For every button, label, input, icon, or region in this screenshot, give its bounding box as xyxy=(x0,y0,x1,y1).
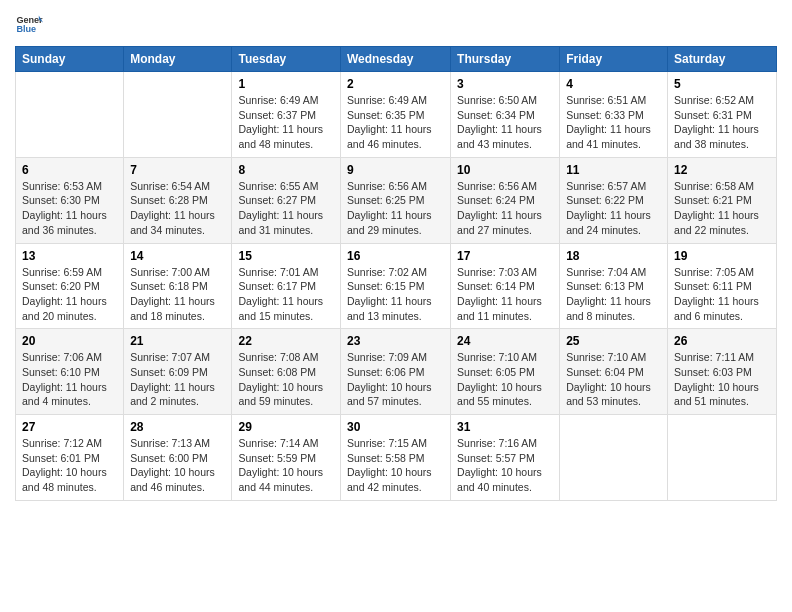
day-info: Sunrise: 6:53 AM Sunset: 6:30 PM Dayligh… xyxy=(22,179,117,238)
logo: General Blue xyxy=(15,10,43,38)
day-number: 19 xyxy=(674,249,770,263)
svg-text:Blue: Blue xyxy=(16,24,36,34)
calendar-cell: 15Sunrise: 7:01 AM Sunset: 6:17 PM Dayli… xyxy=(232,243,341,329)
day-info: Sunrise: 7:06 AM Sunset: 6:10 PM Dayligh… xyxy=(22,350,117,409)
calendar-cell: 14Sunrise: 7:00 AM Sunset: 6:18 PM Dayli… xyxy=(124,243,232,329)
calendar-cell: 10Sunrise: 6:56 AM Sunset: 6:24 PM Dayli… xyxy=(451,157,560,243)
day-number: 25 xyxy=(566,334,661,348)
column-header-sunday: Sunday xyxy=(16,47,124,72)
day-number: 16 xyxy=(347,249,444,263)
day-info: Sunrise: 6:56 AM Sunset: 6:25 PM Dayligh… xyxy=(347,179,444,238)
calendar-table: SundayMondayTuesdayWednesdayThursdayFrid… xyxy=(15,46,777,501)
day-number: 23 xyxy=(347,334,444,348)
day-number: 3 xyxy=(457,77,553,91)
calendar-cell: 30Sunrise: 7:15 AM Sunset: 5:58 PM Dayli… xyxy=(340,415,450,501)
calendar-cell: 19Sunrise: 7:05 AM Sunset: 6:11 PM Dayli… xyxy=(668,243,777,329)
day-number: 29 xyxy=(238,420,334,434)
day-info: Sunrise: 6:49 AM Sunset: 6:35 PM Dayligh… xyxy=(347,93,444,152)
day-info: Sunrise: 7:01 AM Sunset: 6:17 PM Dayligh… xyxy=(238,265,334,324)
week-row-5: 27Sunrise: 7:12 AM Sunset: 6:01 PM Dayli… xyxy=(16,415,777,501)
calendar-cell: 5Sunrise: 6:52 AM Sunset: 6:31 PM Daylig… xyxy=(668,72,777,158)
day-info: Sunrise: 7:10 AM Sunset: 6:05 PM Dayligh… xyxy=(457,350,553,409)
calendar-cell: 23Sunrise: 7:09 AM Sunset: 6:06 PM Dayli… xyxy=(340,329,450,415)
day-info: Sunrise: 6:55 AM Sunset: 6:27 PM Dayligh… xyxy=(238,179,334,238)
day-number: 9 xyxy=(347,163,444,177)
column-header-wednesday: Wednesday xyxy=(340,47,450,72)
day-info: Sunrise: 7:13 AM Sunset: 6:00 PM Dayligh… xyxy=(130,436,225,495)
day-number: 2 xyxy=(347,77,444,91)
calendar-cell: 28Sunrise: 7:13 AM Sunset: 6:00 PM Dayli… xyxy=(124,415,232,501)
week-row-4: 20Sunrise: 7:06 AM Sunset: 6:10 PM Dayli… xyxy=(16,329,777,415)
week-row-1: 1Sunrise: 6:49 AM Sunset: 6:37 PM Daylig… xyxy=(16,72,777,158)
day-number: 24 xyxy=(457,334,553,348)
calendar-cell: 21Sunrise: 7:07 AM Sunset: 6:09 PM Dayli… xyxy=(124,329,232,415)
day-info: Sunrise: 6:51 AM Sunset: 6:33 PM Dayligh… xyxy=(566,93,661,152)
day-number: 6 xyxy=(22,163,117,177)
day-info: Sunrise: 6:52 AM Sunset: 6:31 PM Dayligh… xyxy=(674,93,770,152)
day-number: 8 xyxy=(238,163,334,177)
calendar-cell xyxy=(668,415,777,501)
page-header: General Blue xyxy=(15,10,777,38)
day-number: 31 xyxy=(457,420,553,434)
day-number: 4 xyxy=(566,77,661,91)
calendar-cell: 27Sunrise: 7:12 AM Sunset: 6:01 PM Dayli… xyxy=(16,415,124,501)
day-number: 10 xyxy=(457,163,553,177)
day-info: Sunrise: 7:14 AM Sunset: 5:59 PM Dayligh… xyxy=(238,436,334,495)
column-header-thursday: Thursday xyxy=(451,47,560,72)
calendar-cell: 1Sunrise: 6:49 AM Sunset: 6:37 PM Daylig… xyxy=(232,72,341,158)
column-header-saturday: Saturday xyxy=(668,47,777,72)
calendar-cell: 11Sunrise: 6:57 AM Sunset: 6:22 PM Dayli… xyxy=(560,157,668,243)
day-number: 11 xyxy=(566,163,661,177)
calendar-cell: 6Sunrise: 6:53 AM Sunset: 6:30 PM Daylig… xyxy=(16,157,124,243)
day-info: Sunrise: 7:03 AM Sunset: 6:14 PM Dayligh… xyxy=(457,265,553,324)
calendar-cell: 8Sunrise: 6:55 AM Sunset: 6:27 PM Daylig… xyxy=(232,157,341,243)
day-info: Sunrise: 6:59 AM Sunset: 6:20 PM Dayligh… xyxy=(22,265,117,324)
day-info: Sunrise: 7:12 AM Sunset: 6:01 PM Dayligh… xyxy=(22,436,117,495)
day-number: 20 xyxy=(22,334,117,348)
day-info: Sunrise: 7:16 AM Sunset: 5:57 PM Dayligh… xyxy=(457,436,553,495)
header-row: SundayMondayTuesdayWednesdayThursdayFrid… xyxy=(16,47,777,72)
column-header-friday: Friday xyxy=(560,47,668,72)
calendar-cell: 13Sunrise: 6:59 AM Sunset: 6:20 PM Dayli… xyxy=(16,243,124,329)
calendar-cell: 9Sunrise: 6:56 AM Sunset: 6:25 PM Daylig… xyxy=(340,157,450,243)
day-number: 13 xyxy=(22,249,117,263)
calendar-cell: 29Sunrise: 7:14 AM Sunset: 5:59 PM Dayli… xyxy=(232,415,341,501)
day-number: 14 xyxy=(130,249,225,263)
week-row-2: 6Sunrise: 6:53 AM Sunset: 6:30 PM Daylig… xyxy=(16,157,777,243)
day-info: Sunrise: 7:09 AM Sunset: 6:06 PM Dayligh… xyxy=(347,350,444,409)
day-number: 7 xyxy=(130,163,225,177)
day-number: 15 xyxy=(238,249,334,263)
day-info: Sunrise: 7:08 AM Sunset: 6:08 PM Dayligh… xyxy=(238,350,334,409)
calendar-cell: 7Sunrise: 6:54 AM Sunset: 6:28 PM Daylig… xyxy=(124,157,232,243)
calendar-cell: 4Sunrise: 6:51 AM Sunset: 6:33 PM Daylig… xyxy=(560,72,668,158)
calendar-cell: 20Sunrise: 7:06 AM Sunset: 6:10 PM Dayli… xyxy=(16,329,124,415)
day-info: Sunrise: 6:56 AM Sunset: 6:24 PM Dayligh… xyxy=(457,179,553,238)
day-number: 18 xyxy=(566,249,661,263)
day-number: 30 xyxy=(347,420,444,434)
day-info: Sunrise: 6:54 AM Sunset: 6:28 PM Dayligh… xyxy=(130,179,225,238)
day-info: Sunrise: 7:00 AM Sunset: 6:18 PM Dayligh… xyxy=(130,265,225,324)
day-number: 27 xyxy=(22,420,117,434)
column-header-monday: Monday xyxy=(124,47,232,72)
day-number: 21 xyxy=(130,334,225,348)
day-info: Sunrise: 6:49 AM Sunset: 6:37 PM Dayligh… xyxy=(238,93,334,152)
day-info: Sunrise: 7:05 AM Sunset: 6:11 PM Dayligh… xyxy=(674,265,770,324)
day-number: 1 xyxy=(238,77,334,91)
calendar-cell: 17Sunrise: 7:03 AM Sunset: 6:14 PM Dayli… xyxy=(451,243,560,329)
week-row-3: 13Sunrise: 6:59 AM Sunset: 6:20 PM Dayli… xyxy=(16,243,777,329)
calendar-cell: 24Sunrise: 7:10 AM Sunset: 6:05 PM Dayli… xyxy=(451,329,560,415)
calendar-cell: 25Sunrise: 7:10 AM Sunset: 6:04 PM Dayli… xyxy=(560,329,668,415)
day-number: 12 xyxy=(674,163,770,177)
day-info: Sunrise: 6:57 AM Sunset: 6:22 PM Dayligh… xyxy=(566,179,661,238)
day-number: 5 xyxy=(674,77,770,91)
calendar-cell: 18Sunrise: 7:04 AM Sunset: 6:13 PM Dayli… xyxy=(560,243,668,329)
calendar-cell: 26Sunrise: 7:11 AM Sunset: 6:03 PM Dayli… xyxy=(668,329,777,415)
logo-icon: General Blue xyxy=(15,10,43,38)
calendar-cell: 31Sunrise: 7:16 AM Sunset: 5:57 PM Dayli… xyxy=(451,415,560,501)
day-number: 28 xyxy=(130,420,225,434)
calendar-cell: 16Sunrise: 7:02 AM Sunset: 6:15 PM Dayli… xyxy=(340,243,450,329)
day-number: 26 xyxy=(674,334,770,348)
day-info: Sunrise: 7:07 AM Sunset: 6:09 PM Dayligh… xyxy=(130,350,225,409)
day-info: Sunrise: 6:50 AM Sunset: 6:34 PM Dayligh… xyxy=(457,93,553,152)
calendar-cell xyxy=(560,415,668,501)
